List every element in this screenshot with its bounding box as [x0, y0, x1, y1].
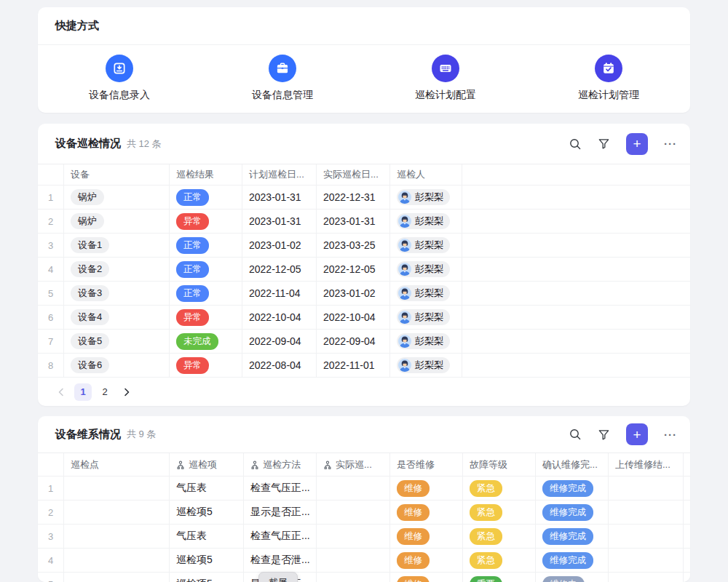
table-row[interactable]: 2锅炉异常2023-01-312023-01-31彭梨梨: [38, 210, 690, 234]
upload-result-cell[interactable]: [609, 573, 684, 582]
actual-cell[interactable]: [317, 477, 390, 500]
table-row[interactable]: 1锅炉正常2023-01-312022-12-31彭梨梨: [38, 186, 690, 210]
shortcut-device-manage[interactable]: 设备信息管理: [201, 55, 364, 102]
inspection-method-cell[interactable]: 显示是否正...: [244, 501, 317, 524]
device-cell[interactable]: 设备4: [64, 306, 170, 329]
actual-cell[interactable]: [317, 501, 390, 524]
inspection-method-cell[interactable]: 检查是否泄...: [244, 549, 317, 572]
more-options-button[interactable]: ···: [664, 428, 677, 441]
planned-date-cell[interactable]: 2022-09-04: [242, 330, 317, 353]
fault-level-cell[interactable]: 重要: [463, 573, 536, 582]
column-header[interactable]: 设备: [64, 164, 170, 185]
inspector-cell[interactable]: 彭梨梨: [390, 306, 462, 329]
column-header[interactable]: 实际巡...: [317, 453, 390, 476]
planned-date-cell[interactable]: 2023-01-02: [242, 234, 317, 257]
result-cell[interactable]: 异常: [170, 354, 242, 377]
inspector-cell[interactable]: 彭梨梨: [390, 354, 462, 377]
fault-level-cell[interactable]: 紧急: [463, 549, 536, 572]
inspection-method-cell[interactable]: 检查气压正...: [244, 477, 317, 500]
repair-person-cell[interactable]: [684, 525, 690, 548]
column-header[interactable]: 巡检点: [64, 453, 170, 476]
device-cell[interactable]: 设备6: [64, 354, 170, 377]
repair-person-cell[interactable]: [684, 573, 690, 582]
column-header[interactable]: 故障等级: [463, 453, 536, 476]
planned-date-cell[interactable]: 2023-01-31: [242, 186, 317, 209]
shortcut-plan-manage[interactable]: 巡检计划管理: [527, 55, 690, 102]
column-header[interactable]: 巡检结果: [170, 164, 242, 185]
inspection-item-cell[interactable]: 气压表: [170, 477, 244, 500]
inspector-cell[interactable]: 彭梨梨: [390, 258, 462, 281]
repair-cell[interactable]: 维修: [390, 549, 463, 572]
column-header[interactable]: 巡检项: [170, 453, 244, 476]
result-cell[interactable]: 异常: [170, 210, 242, 233]
table-row[interactable]: 4巡检项5检查是否泄...维修紧急维修完成: [38, 549, 690, 573]
inspection-point-cell[interactable]: [64, 549, 170, 572]
result-cell[interactable]: 异常: [170, 306, 242, 329]
actual-cell[interactable]: [317, 525, 390, 548]
filter-icon[interactable]: [598, 428, 610, 441]
actual-date-cell[interactable]: 2022-12-05: [317, 258, 390, 281]
device-cell[interactable]: 设备2: [64, 258, 170, 281]
result-cell[interactable]: 正常: [170, 282, 242, 305]
repair-person-cell[interactable]: [684, 501, 690, 524]
column-header[interactable]: 确认维修完...: [536, 453, 609, 476]
confirm-cell[interactable]: 维修完成: [536, 477, 609, 500]
filter-icon[interactable]: [598, 137, 610, 150]
actual-cell[interactable]: [317, 573, 390, 582]
actual-date-cell[interactable]: 2022-09-04: [317, 330, 390, 353]
actual-date-cell[interactable]: 2022-12-31: [317, 186, 390, 209]
table-row[interactable]: 1气压表检查气压正...维修紧急维修完成: [38, 477, 690, 501]
column-header[interactable]: 计划巡检日...: [242, 164, 317, 185]
repair-cell[interactable]: 维修: [390, 501, 463, 524]
result-cell[interactable]: 正常: [170, 234, 242, 257]
repair-cell[interactable]: 维修: [390, 477, 463, 500]
actual-date-cell[interactable]: 2022-10-04: [317, 306, 390, 329]
result-cell[interactable]: 未完成: [170, 330, 242, 353]
actual-date-cell[interactable]: 2023-01-31: [317, 210, 390, 233]
table-row[interactable]: 5设备3正常2022-11-042023-01-02彭梨梨: [38, 282, 690, 306]
device-cell[interactable]: 设备1: [64, 234, 170, 257]
column-header[interactable]: 上传维修结...: [609, 453, 684, 476]
planned-date-cell[interactable]: 2023-01-31: [242, 210, 317, 233]
inspection-item-cell[interactable]: 气压表: [170, 525, 244, 548]
repair-person-cell[interactable]: [684, 549, 690, 572]
add-record-button[interactable]: +: [626, 133, 648, 155]
table-row[interactable]: 5巡检项5显示是否正...维修重要维修中: [38, 573, 690, 582]
table-row[interactable]: 3气压表检查气压正...维修紧急维修完成: [38, 525, 690, 549]
actual-cell[interactable]: [317, 549, 390, 572]
planned-date-cell[interactable]: 2022-08-04: [242, 354, 317, 377]
inspection-item-cell[interactable]: 巡检项5: [170, 501, 244, 524]
column-header[interactable]: 巡检方法: [244, 453, 317, 476]
fault-level-cell[interactable]: 紧急: [463, 501, 536, 524]
column-header[interactable]: 实际巡检日...: [317, 164, 390, 185]
shortcut-plan-config[interactable]: 巡检计划配置: [364, 55, 527, 102]
repair-cell[interactable]: 维修: [390, 573, 463, 582]
inspector-cell[interactable]: 彭梨梨: [390, 210, 462, 233]
next-page-button[interactable]: [118, 383, 135, 401]
search-icon[interactable]: [569, 428, 582, 441]
inspection-item-cell[interactable]: 巡检项5: [170, 573, 244, 582]
column-header[interactable]: 维: [684, 453, 690, 476]
page-button-2[interactable]: 2: [96, 383, 114, 401]
search-icon[interactable]: [569, 137, 582, 151]
planned-date-cell[interactable]: 2022-11-04: [242, 282, 317, 305]
inspection-point-cell[interactable]: [64, 525, 170, 548]
inspection-point-cell[interactable]: [64, 573, 170, 582]
result-cell[interactable]: 正常: [170, 258, 242, 281]
device-cell[interactable]: 锅炉: [64, 210, 170, 233]
repair-person-cell[interactable]: [684, 477, 690, 500]
inspector-cell[interactable]: 彭梨梨: [390, 282, 462, 305]
upload-result-cell[interactable]: [609, 501, 684, 524]
inspector-cell[interactable]: 彭梨梨: [390, 186, 462, 209]
planned-date-cell[interactable]: 2022-12-05: [242, 258, 317, 281]
upload-result-cell[interactable]: [609, 525, 684, 548]
device-cell[interactable]: 设备3: [64, 282, 170, 305]
table-row[interactable]: 6设备4异常2022-10-042022-10-04彭梨梨: [38, 306, 690, 330]
inspection-item-cell[interactable]: 巡检项5: [170, 549, 244, 572]
device-cell[interactable]: 设备5: [64, 330, 170, 353]
confirm-cell[interactable]: 维修完成: [536, 501, 609, 524]
column-header[interactable]: 巡检人: [390, 164, 462, 185]
fault-level-cell[interactable]: 紧急: [463, 477, 536, 500]
page-button-1[interactable]: 1: [74, 383, 92, 401]
confirm-cell[interactable]: 维修中: [536, 573, 609, 582]
